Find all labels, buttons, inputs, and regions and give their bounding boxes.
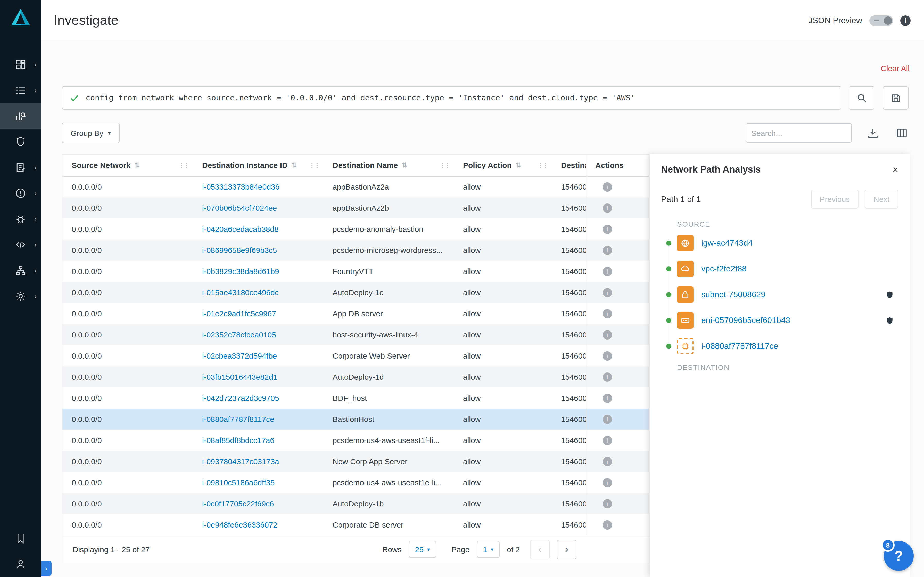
table-row[interactable]: 0.0.0.0/0 i-0b3829c38da8d61b9 FountryVTT… [62,261,649,282]
instance-id-link[interactable]: i-0880af7787f8117ce [202,415,274,424]
table-row[interactable]: 0.0.0.0/0 i-015ae43180ce496dc AutoDeploy… [62,282,649,303]
sidebar-item-alerts[interactable]: › [0,181,41,206]
row-info-icon[interactable]: i [603,225,612,234]
close-icon[interactable]: × [893,165,898,175]
instance-id-link[interactable]: i-070b06b54cf7024ee [202,203,277,212]
table-row[interactable]: 0.0.0.0/0 i-02cbea3372d594fbe Corporate … [62,345,649,366]
column-grip-icon[interactable]: ⋮⋮ [178,162,189,169]
path-node-link[interactable]: eni-057096b5cef601b43 [701,316,790,325]
instance-id-link[interactable]: i-02352c78cfcea0105 [202,330,276,339]
instance-id-link[interactable]: i-09810c5186a6dff35 [202,478,275,487]
instance-id-link[interactable]: i-03fb15016443e82d1 [202,372,278,381]
row-info-icon[interactable]: i [603,499,612,508]
instance-id-link[interactable]: i-053313373b84e0d36 [202,183,279,192]
instance-id-link[interactable]: i-0937804317c03173a [202,457,279,466]
row-info-icon[interactable]: i [603,309,612,318]
sidebar-item-bug[interactable]: › [0,206,41,232]
table-row[interactable]: 0.0.0.0/0 i-03fb15016443e82d1 AutoDeploy… [62,366,649,387]
path-node-link[interactable]: igw-ac4743d4 [701,239,753,248]
sort-icon[interactable]: ⇅ [401,161,407,169]
query-bar[interactable]: config from network where source.network… [62,86,842,110]
instance-id-link[interactable]: i-08af85df8bdcc17a6 [202,436,274,445]
instance-id-link[interactable]: i-08699658e9f69b3c5 [202,246,277,255]
table-row[interactable]: 0.0.0.0/0 i-053313373b84e0d36 appBastion… [62,176,649,197]
help-button[interactable]: ? 8 [884,541,914,571]
instance-id-link[interactable]: i-015ae43180ce496dc [202,288,279,297]
column-settings-button[interactable] [894,125,909,141]
sidebar-item-list[interactable]: › [0,77,41,103]
row-info-icon[interactable]: i [603,393,612,403]
column-grip-icon[interactable]: ⋮⋮ [439,162,450,169]
column-grip-icon[interactable]: ⋮⋮ [309,162,319,169]
sort-icon[interactable]: ⇅ [291,161,297,169]
table-row[interactable]: 0.0.0.0/0 i-0880af7787f8117ce BastionHos… [62,409,649,430]
row-info-icon[interactable]: i [603,183,612,192]
run-search-button[interactable] [849,86,874,110]
sidebar-item-network[interactable]: › [0,258,41,283]
sort-icon[interactable]: ⇅ [134,161,140,169]
group-by-button[interactable]: Group By ▾ [62,122,120,143]
sidebar-item-shield[interactable] [0,129,41,155]
column-header-destination-truncated[interactable]: Destina [552,155,586,176]
json-preview-toggle[interactable] [869,15,893,26]
table-row[interactable]: 0.0.0.0/0 i-070b06b54cf7024ee appBastion… [62,197,649,218]
previous-page-button[interactable]: ‹ [530,540,550,559]
sidebar-item-blocks[interactable]: › [0,52,41,77]
sidebar-item-profile[interactable] [0,551,41,577]
sidebar-expand-tab[interactable]: › [41,561,52,576]
column-header-destination-instance-id[interactable]: Destination Instance ID⇅⋮⋮ [193,155,323,176]
page-select[interactable]: 1 ▾ [477,541,500,558]
next-path-button[interactable]: Next [865,190,898,209]
previous-path-button[interactable]: Previous [811,190,859,209]
info-icon[interactable]: i [900,15,911,26]
sidebar-item-code[interactable]: › [0,232,41,258]
download-button[interactable] [865,125,881,141]
instance-id-link[interactable]: i-0c0f17705c22f69c6 [202,499,274,508]
instance-id-link[interactable]: i-0b3829c38da8d61b9 [202,267,279,276]
row-info-icon[interactable]: i [603,288,612,297]
table-row[interactable]: 0.0.0.0/0 i-0c0f17705c22f69c6 AutoDeploy… [62,493,649,514]
column-header-source-network[interactable]: Source Network⇅⋮⋮ [62,155,193,176]
rows-per-page-select[interactable]: 25 ▾ [409,541,436,558]
row-info-icon[interactable]: i [603,521,612,530]
instance-id-link[interactable]: i-042d7237a2d3c9705 [202,393,279,402]
path-node-link[interactable]: i-0880af7787f8117ce [701,342,778,351]
next-page-button[interactable]: › [557,540,577,559]
row-info-icon[interactable]: i [603,478,612,487]
row-info-icon[interactable]: i [603,330,612,340]
sidebar-item-report[interactable]: › [0,155,41,181]
instance-id-link[interactable]: i-0e948fe6e36336072 [202,521,278,529]
table-row[interactable]: 0.0.0.0/0 i-0937804317c03173a New Corp A… [62,451,649,472]
sidebar-item-settings[interactable]: › [0,283,41,309]
instance-id-link[interactable]: i-02cbea3372d594fbe [202,351,277,360]
table-row[interactable]: 0.0.0.0/0 i-08699658e9f69b3c5 pcsdemo-mi… [62,240,649,261]
instance-id-link[interactable]: i-01e2c9ad1fc5c9967 [202,309,276,318]
sort-icon[interactable]: ⇅ [515,161,521,169]
save-search-button[interactable] [883,86,908,110]
query-text[interactable]: config from network where source.network… [86,93,635,103]
table-row[interactable]: 0.0.0.0/0 i-08af85df8bdcc17a6 pcsdemo-us… [62,430,649,451]
path-node-link[interactable]: subnet-75008629 [701,290,766,299]
row-info-icon[interactable]: i [603,267,612,276]
row-info-icon[interactable]: i [603,415,612,424]
table-row[interactable]: 0.0.0.0/0 i-01e2c9ad1fc5c9967 App DB ser… [62,303,649,324]
row-info-icon[interactable]: i [603,457,612,466]
column-grip-icon[interactable]: ⋮⋮ [537,162,548,169]
column-header-policy-action[interactable]: Policy Action⇅⋮⋮ [454,155,552,176]
path-node-link[interactable]: vpc-f2fe2f88 [701,264,746,274]
column-header-destination-name[interactable]: Destination Name⇅⋮⋮ [323,155,454,176]
row-info-icon[interactable]: i [603,372,612,382]
table-row[interactable]: 0.0.0.0/0 i-09810c5186a6dff35 pcsdemo-us… [62,472,649,493]
row-info-icon[interactable]: i [603,436,612,445]
sidebar-item-bookmark[interactable] [0,525,41,551]
row-info-icon[interactable]: i [603,351,612,361]
table-search-input[interactable] [751,129,854,137]
row-info-icon[interactable]: i [603,246,612,255]
sidebar-item-investigate[interactable] [0,103,41,129]
instance-id-link[interactable]: i-0420a6cedacab38d8 [202,225,279,234]
table-row[interactable]: 0.0.0.0/0 i-02352c78cfcea0105 host-secur… [62,324,649,345]
row-info-icon[interactable]: i [603,203,612,213]
prisma-cloud-logo[interactable] [0,8,41,26]
table-row[interactable]: 0.0.0.0/0 i-042d7237a2d3c9705 BDF_host a… [62,387,649,409]
clear-all-link[interactable]: Clear All [881,64,909,73]
